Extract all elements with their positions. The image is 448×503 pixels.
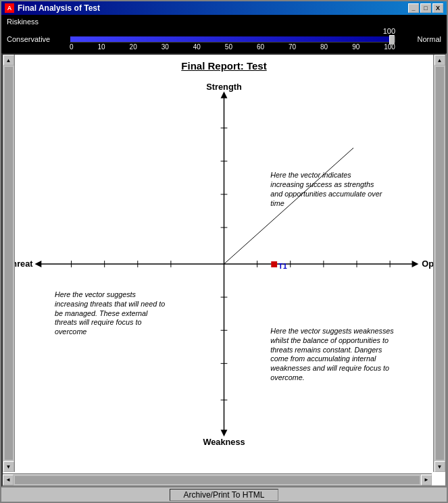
- window-title: Final Analysis of Test: [18, 3, 100, 13]
- scroll-left-button[interactable]: ◄: [3, 475, 14, 485]
- riskiness-bar: Riskiness Conservative 100 0 10 20 30 40…: [1, 15, 447, 53]
- scale-30: 30: [161, 43, 169, 51]
- risk-scale: 0 10 20 30 40 50 60 70 80 90 100: [70, 43, 395, 51]
- minimize-button[interactable]: _: [408, 3, 419, 13]
- normal-label: Normal: [401, 35, 441, 43]
- scale-70: 70: [289, 43, 296, 51]
- scale-50: 50: [225, 43, 232, 51]
- scale-60: 60: [257, 43, 264, 51]
- svg-text:Threat: Threat: [15, 259, 33, 269]
- svg-text:Here the vector suggests weakn: Here the vector suggests weaknesses whil…: [270, 327, 395, 381]
- svg-rect-28: [271, 261, 277, 267]
- scale-90: 90: [352, 43, 359, 51]
- scroll-right-up-button[interactable]: ▲: [434, 55, 445, 65]
- close-button[interactable]: X: [432, 3, 443, 13]
- svg-text:Opportunity: Opportunity: [422, 259, 433, 269]
- scroll-up-button[interactable]: ▲: [3, 55, 14, 65]
- svg-line-27: [224, 148, 354, 264]
- riskiness-label: Riskiness: [7, 18, 441, 26]
- scroll-track-left: [5, 67, 13, 460]
- title-bar: A Final Analysis of Test _ □ X: [1, 1, 447, 15]
- svg-text:Strength: Strength: [206, 82, 241, 92]
- svg-text:T1: T1: [278, 262, 287, 270]
- svg-marker-25: [35, 261, 42, 267]
- scale-10: 10: [98, 43, 105, 51]
- risk-slider-area: 100 0 10 20 30 40 50 60 70 80 90 100: [70, 27, 395, 51]
- scale-40: 40: [193, 43, 201, 51]
- title-bar-left: A Final Analysis of Test: [5, 3, 100, 13]
- conservative-label: Conservative: [7, 35, 64, 43]
- status-bar-text: Archive/Print To HTML: [170, 489, 279, 501]
- scroll-track-bottom: [15, 476, 420, 484]
- svg-marker-23: [221, 92, 228, 99]
- main-window: A Final Analysis of Test _ □ X Riskiness…: [0, 0, 448, 503]
- scroll-down-button[interactable]: ▼: [3, 461, 14, 472]
- risk-track[interactable]: [70, 36, 395, 43]
- chart-area: Final Report: Test: [15, 55, 433, 473]
- svg-text:Weakness: Weakness: [203, 437, 245, 447]
- report-title: Final Report: Test: [15, 55, 433, 75]
- title-bar-controls: _ □ X: [408, 3, 443, 13]
- scale-20: 20: [130, 43, 137, 51]
- risk-thumb[interactable]: [389, 35, 395, 45]
- main-content: ▲ ▼ ▲ ▼ ◄ ► Final Report: Test: [1, 53, 447, 487]
- scroll-right-down-button[interactable]: ▼: [434, 461, 445, 472]
- app-icon: A: [5, 3, 14, 13]
- svg-marker-24: [221, 430, 228, 437]
- svg-text:Here the vector indicates
    : Here the vector indicates increasing suc…: [270, 171, 384, 207]
- svg-text:Here the vector suggests
     : Here the vector suggests increasing thre…: [55, 290, 167, 336]
- bottom-scrollbar[interactable]: ◄ ►: [3, 473, 432, 485]
- scale-80: 80: [320, 43, 328, 51]
- right-scrollbar[interactable]: ▲ ▼: [433, 55, 445, 472]
- left-scrollbar[interactable]: ▲ ▼: [3, 55, 15, 472]
- status-bar: Archive/Print To HTML: [1, 487, 447, 502]
- svg-marker-26: [412, 261, 419, 267]
- scroll-track-right: [436, 67, 444, 460]
- maximize-button[interactable]: □: [420, 3, 431, 13]
- scale-0: 0: [70, 43, 74, 51]
- swot-chart: Strength Weakness Threat Opportunity: [15, 75, 433, 453]
- risk-value: 100: [70, 27, 395, 35]
- scroll-right-button[interactable]: ►: [421, 475, 432, 485]
- risk-container: Conservative 100 0 10 20 30 40 50 60 70 …: [7, 27, 441, 51]
